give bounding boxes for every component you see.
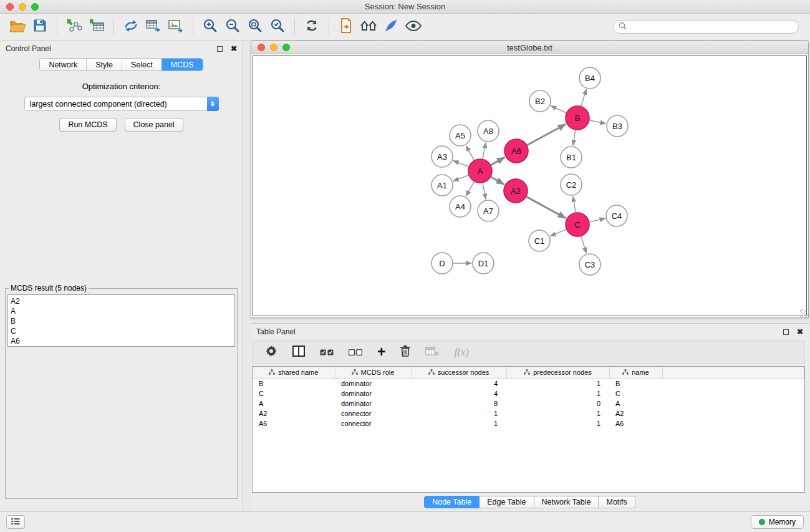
network-minimize-button[interactable] [270,44,277,51]
graph-edge-A6-B[interactable] [528,124,566,145]
tab-network[interactable]: Network [40,59,86,70]
show-columns-button[interactable] [292,346,305,359]
table-cell[interactable]: connector [335,409,411,418]
graph-node-C[interactable]: C [566,213,589,236]
table-row[interactable]: Adominator80A [253,399,804,409]
table-cell[interactable]: 1 [506,379,609,389]
table-cell[interactable]: C [609,389,662,399]
import-network-button[interactable] [63,16,85,37]
float-panel-icon[interactable] [217,46,223,52]
mcds-result-item[interactable]: B [11,316,234,326]
table-cell[interactable]: A2 [253,409,335,418]
close-panel-button[interactable]: Close panel [125,118,183,132]
export-document-button[interactable] [335,16,357,37]
table-cell[interactable]: dominator [335,399,411,409]
table-cell[interactable]: 4 [411,389,506,399]
graph-edge-B-B1[interactable] [573,130,576,145]
graph-edge-A-A5[interactable] [466,146,474,160]
graph-edge-A-A1[interactable] [453,175,469,181]
new-network-button[interactable] [120,16,142,37]
refresh-layout-button[interactable] [301,16,323,37]
graph-edge-C-C2[interactable] [573,196,576,212]
graph-node-B4[interactable]: B4 [579,67,600,89]
table-cell[interactable]: 8 [411,399,506,409]
run-mcds-button[interactable]: Run MCDS [59,118,116,132]
column-header-predecessor-nodes[interactable]: predecessor nodes [506,367,609,379]
style-brush-button[interactable] [380,16,402,37]
tab-edge-table[interactable]: Edge Table [480,496,534,508]
float-table-panel-icon[interactable] [783,329,789,335]
graph-node-A1[interactable]: A1 [432,175,453,196]
graph-node-B2[interactable]: B2 [529,90,551,112]
table-row[interactable]: A2connector11A2 [253,409,804,418]
zoom-window-button[interactable] [31,3,39,11]
horizontal-splitter[interactable] [251,318,809,323]
close-panel-icon[interactable]: ✖ [231,45,237,52]
table-cell[interactable]: A [253,399,335,409]
table-cell[interactable]: 1 [506,409,609,418]
home-button[interactable] [357,16,380,37]
graph-node-B[interactable]: B [566,106,589,130]
table-cell[interactable]: 1 [506,418,609,428]
graph-node-A5[interactable]: A5 [450,125,471,146]
graph-node-C3[interactable]: C3 [579,254,600,275]
network-canvas[interactable]: B4B2BB3A5A8A6A3B1AA1C2A2A4A7C4CC1C3DD1 [253,56,807,316]
tab-network-table[interactable]: Network Table [534,496,599,508]
mcds-result-item[interactable]: C [11,326,234,336]
show-hide-button[interactable] [402,16,425,37]
table-cell[interactable]: 4 [411,379,506,389]
network-close-button[interactable] [258,44,265,51]
tab-style[interactable]: Style [86,59,122,70]
column-header-successor-nodes[interactable]: successor nodes [411,367,506,379]
table-cell[interactable]: dominator [335,379,411,389]
table-cell[interactable]: 1 [411,418,506,428]
table-cell[interactable]: C [253,389,335,399]
graph-node-D1[interactable]: D1 [473,253,494,274]
tab-node-table[interactable]: Node Table [424,496,480,508]
table-cell[interactable]: 1 [411,409,506,418]
graph-node-A7[interactable]: A7 [478,200,499,221]
graph-edge-A-A7[interactable] [483,183,486,200]
network-zoom-button[interactable] [282,44,290,51]
graph-edge-B-B4[interactable] [581,89,586,106]
optimization-criterion-select[interactable]: largest connected component (directed) [24,97,219,111]
graph-node-C1[interactable]: C1 [529,230,550,251]
graph-edge-A-A3[interactable] [453,161,469,167]
column-header-mcds-role[interactable]: MCDS role [335,367,411,379]
graph-node-A4[interactable]: A4 [450,196,471,217]
table-row[interactable]: A6connector11A6 [253,418,804,428]
function-builder-button[interactable]: f(x) [454,346,469,359]
close-window-button[interactable] [6,3,14,11]
table-cell[interactable]: A6 [609,418,662,428]
save-session-button[interactable] [29,16,51,37]
table-settings-button[interactable] [265,345,277,360]
zoom-out-button[interactable] [221,16,244,37]
graph-node-B3[interactable]: B3 [607,115,628,137]
close-table-panel-icon[interactable]: ✖ [797,328,803,336]
column-header-shared-name[interactable]: shared name [253,367,335,379]
mcds-result-item[interactable]: A2 [11,296,234,306]
graph-node-B1[interactable]: B1 [561,147,582,168]
open-session-button[interactable] [6,16,29,37]
table-row[interactable]: Cdominator41C [253,389,804,399]
table-cell[interactable]: B [609,379,662,389]
table-cell[interactable]: 1 [506,389,609,399]
import-table-button[interactable] [85,16,108,37]
graph-edge-C-C4[interactable] [590,218,605,222]
zoom-selected-button[interactable] [266,16,289,37]
graph-edge-A-A6[interactable] [491,157,505,165]
graph-edge-C-C1[interactable] [550,230,566,236]
graph-node-A3[interactable]: A3 [432,146,453,167]
graph-edge-B-B2[interactable] [551,106,566,113]
graph-node-A2[interactable]: A2 [504,179,528,203]
tab-select[interactable]: Select [122,59,162,70]
tab-motifs[interactable]: Motifs [599,496,635,508]
graph-edge-C-C3[interactable] [581,236,586,253]
graph-edge-A-A2[interactable] [491,177,504,185]
show-panels-button[interactable] [6,515,25,529]
export-table-button[interactable] [142,16,165,37]
table-cell[interactable]: A6 [253,418,335,428]
graph-node-A6[interactable]: A6 [504,139,528,163]
table-cell[interactable]: 0 [506,399,609,409]
add-column-button[interactable]: + [377,345,385,359]
